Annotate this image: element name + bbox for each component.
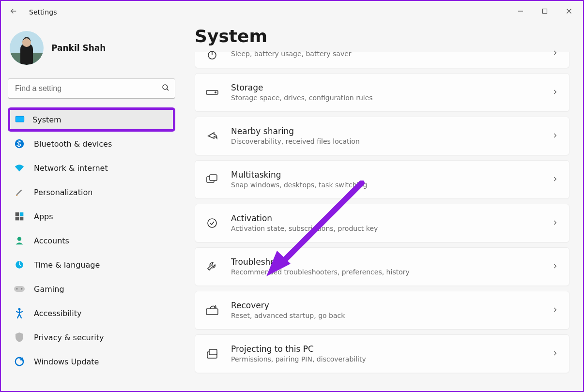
shield-icon	[14, 332, 25, 343]
svg-point-21	[16, 288, 18, 290]
search-input[interactable]	[15, 84, 161, 93]
sidebar-item-label: Accessibility	[34, 309, 81, 318]
sidebar-item-gaming[interactable]: Gaming	[8, 277, 175, 301]
settings-row-title: Storage	[231, 83, 539, 93]
sidebar-item-privacy[interactable]: Privacy & security	[8, 325, 175, 349]
svg-rect-15	[15, 217, 19, 221]
main-panel: System Sleep, battery usage, battery sav…	[182, 23, 583, 391]
maximize-button[interactable]	[533, 3, 557, 19]
settings-row-title: Recovery	[231, 301, 539, 311]
sidebar-item-apps[interactable]: Apps	[8, 204, 175, 228]
sidebar-item-label: Network & internet	[34, 164, 108, 173]
sidebar-item-label: Windows Update	[34, 357, 99, 366]
settings-row-subtitle: Sleep, battery usage, battery saver	[231, 50, 539, 59]
settings-row-subtitle: Permissions, pairing PIN, discoverabilit…	[231, 355, 539, 364]
page-title: System	[195, 26, 569, 46]
chevron-right-icon	[552, 219, 558, 228]
sidebar-item-label: Time & language	[34, 260, 100, 270]
profile-block[interactable]: Pankil Shah	[8, 28, 175, 74]
sidebar-item-label: Privacy & security	[34, 333, 104, 342]
app-title: Settings	[29, 8, 57, 16]
sidebar-item-windows-update[interactable]: Windows Update	[8, 349, 175, 374]
settings-row-subtitle: Discoverability, received files location	[231, 137, 539, 146]
check-circle-icon	[206, 217, 218, 229]
sidebar-item-accounts[interactable]: Accounts	[8, 228, 175, 253]
chevron-right-icon	[552, 262, 558, 271]
sidebar-item-label: Gaming	[34, 285, 64, 294]
settings-row-title: Activation	[231, 213, 539, 224]
svg-rect-13	[15, 212, 19, 216]
minimize-button[interactable]	[508, 3, 533, 19]
storage-icon	[206, 86, 218, 99]
sidebar-item-bluetooth[interactable]: Bluetooth & devices	[8, 132, 175, 156]
settings-row-subtitle: Reset, advanced startup, go back	[231, 312, 539, 320]
sidebar-item-system[interactable]: System	[10, 110, 173, 129]
svg-rect-34	[209, 349, 217, 355]
sidebar-item-network[interactable]: Network & internet	[8, 156, 175, 180]
svg-rect-30	[210, 175, 217, 181]
account-icon	[14, 235, 25, 246]
svg-point-23	[18, 308, 21, 311]
chevron-right-icon	[552, 306, 558, 315]
svg-point-8	[163, 85, 168, 90]
settings-row-nearby-sharing[interactable]: Nearby sharing Discoverability, received…	[195, 117, 569, 155]
avatar	[10, 31, 44, 65]
settings-row-title: Multitasking	[231, 170, 539, 180]
sidebar-item-personalization[interactable]: Personalization	[8, 180, 175, 204]
update-icon	[14, 356, 25, 367]
svg-point-17	[17, 237, 21, 241]
settings-row-power[interactable]: Sleep, battery usage, battery saver	[195, 52, 569, 68]
settings-row-subtitle: Storage space, drives, configuration rul…	[231, 94, 539, 103]
svg-point-28	[215, 92, 216, 93]
projecting-icon	[206, 347, 218, 360]
sidebar-item-accessibility[interactable]: Accessibility	[8, 301, 175, 325]
settings-row-recovery[interactable]: Recovery Reset, advanced startup, go bac…	[195, 291, 569, 330]
settings-row-title: Troubleshoot	[231, 257, 539, 267]
settings-row-subtitle: Recommended troubleshooters, preferences…	[231, 268, 539, 277]
settings-row-troubleshoot[interactable]: Troubleshoot Recommended troubleshooters…	[195, 247, 569, 286]
settings-row-storage[interactable]: Storage Storage space, drives, configura…	[195, 73, 569, 112]
title-bar: Settings	[1, 1, 583, 23]
settings-row-title: Projecting to this PC	[231, 344, 539, 354]
recovery-icon	[206, 304, 218, 317]
sidebar-item-label: Personalization	[34, 188, 92, 197]
wifi-icon	[14, 162, 25, 174]
settings-window: Settings	[0, 0, 584, 392]
svg-rect-16	[20, 217, 24, 221]
annotation-system-highlight: System	[8, 107, 175, 132]
chevron-right-icon	[552, 132, 558, 141]
settings-list: Sleep, battery usage, battery saver Stor…	[195, 53, 569, 373]
svg-line-9	[167, 89, 169, 90]
chevron-right-icon	[552, 175, 558, 184]
svg-rect-11	[16, 117, 24, 122]
sidebar-item-label: System	[32, 115, 61, 124]
wrench-icon	[206, 260, 218, 273]
sidebar-item-label: Bluetooth & devices	[34, 139, 112, 149]
sidebar-item-label: Accounts	[34, 236, 69, 245]
share-icon	[206, 130, 218, 142]
bluetooth-icon	[14, 138, 25, 150]
svg-rect-32	[206, 309, 218, 315]
accessibility-icon	[14, 307, 25, 319]
settings-row-subtitle: Snap windows, desktops, task switching	[231, 181, 539, 190]
multitasking-icon	[206, 173, 218, 186]
close-button[interactable]	[557, 3, 581, 19]
settings-row-projecting[interactable]: Projecting to this PC Permissions, pairi…	[195, 334, 569, 373]
brush-icon	[14, 186, 25, 198]
svg-point-31	[208, 219, 216, 227]
svg-rect-1	[543, 9, 547, 14]
apps-icon	[14, 211, 25, 222]
sidebar-nav: System Bluetooth & devices Network & int…	[8, 107, 175, 374]
settings-row-title: Nearby sharing	[231, 126, 539, 136]
settings-row-activation[interactable]: Activation Activation state, subscriptio…	[195, 204, 569, 242]
settings-row-subtitle: Activation state, subscriptions, product…	[231, 225, 539, 233]
search-box[interactable]	[8, 78, 175, 99]
sidebar: Pankil Shah System Bluetooth & device	[1, 23, 182, 391]
sidebar-item-time-language[interactable]: Time & language	[8, 253, 175, 277]
clock-globe-icon	[14, 259, 25, 271]
sidebar-item-label: Apps	[34, 212, 53, 221]
chevron-right-icon	[552, 49, 558, 58]
settings-row-multitasking[interactable]: Multitasking Snap windows, desktops, tas…	[195, 160, 569, 199]
back-button[interactable]	[4, 7, 23, 17]
svg-rect-20	[14, 286, 25, 292]
